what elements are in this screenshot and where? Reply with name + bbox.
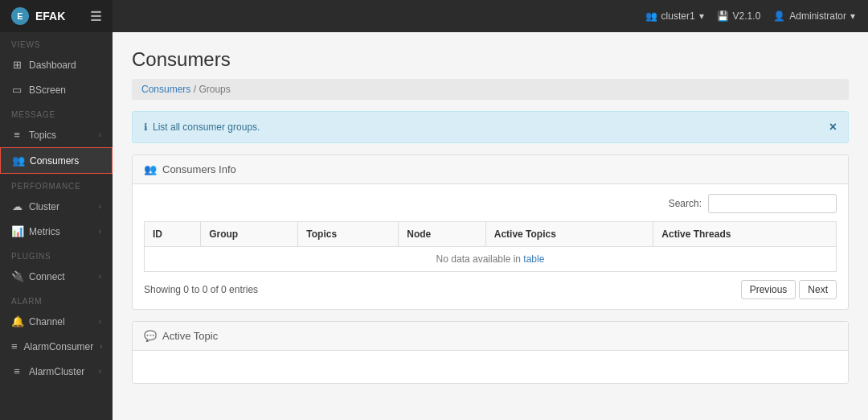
previous-button[interactable]: Previous xyxy=(741,280,796,299)
hamburger-icon[interactable]: ☰ xyxy=(90,9,101,24)
user-menu[interactable]: 👤 Administrator ▾ xyxy=(773,10,855,22)
version-text: V2.1.0 xyxy=(733,10,761,22)
consumers-info-header: 👥 Consumers Info xyxy=(133,155,848,184)
showing-entries-text: Showing 0 to 0 of 0 entries xyxy=(144,284,258,295)
app-logo: E EFAK ☰ xyxy=(0,0,113,32)
page-title: Consumers xyxy=(132,48,849,71)
connect-icon: 🔌 xyxy=(11,270,23,282)
section-message-label: MESSAGE xyxy=(0,102,113,122)
version-icon: 💾 xyxy=(717,10,729,22)
breadcrumb: Consumers / Groups xyxy=(132,79,849,100)
chevron-right-icon: › xyxy=(99,130,101,139)
pagination: Previous Next xyxy=(741,280,837,299)
table-header-row: ID Group Topics Node Active Topics Activ… xyxy=(145,222,837,247)
consumers-info-panel: 👥 Consumers Info Search: ID Group Topics xyxy=(132,154,849,310)
sidebar-item-cluster[interactable]: ☁ Cluster › xyxy=(0,194,113,219)
sidebar-item-connect[interactable]: 🔌 Connect › xyxy=(0,264,113,289)
consumers-header-icon: 👥 xyxy=(144,163,157,175)
logo-icon: E xyxy=(11,7,29,25)
version-indicator: 💾 V2.1.0 xyxy=(717,10,761,22)
chevron-right-icon: › xyxy=(99,202,101,211)
table-body: No data available in table xyxy=(145,247,837,272)
breadcrumb-consumers-link[interactable]: Consumers xyxy=(141,84,190,95)
chevron-right-icon: › xyxy=(100,342,102,351)
channel-icon: 🔔 xyxy=(11,315,23,327)
topbar: 👥 cluster1 ▾ 💾 V2.1.0 👤 Administrator ▾ xyxy=(113,0,868,32)
search-label: Search: xyxy=(669,198,702,209)
sidebar-item-metrics[interactable]: 📊 Metrics › xyxy=(0,219,113,244)
table-footer: Showing 0 to 0 of 0 entries Previous Nex… xyxy=(144,280,837,299)
cluster-chevron-icon: ▾ xyxy=(699,10,704,22)
no-data-cell: No data available in table xyxy=(145,247,837,272)
metrics-icon: 📊 xyxy=(11,225,23,237)
section-views-label: VIEWS xyxy=(0,32,113,52)
bscreen-icon: ▭ xyxy=(11,84,23,96)
sidebar-item-label: Cluster xyxy=(29,201,59,212)
sidebar-item-label: Metrics xyxy=(29,226,60,237)
consumers-icon: 👥 xyxy=(12,154,23,167)
col-topics: Topics xyxy=(298,222,399,247)
search-input[interactable] xyxy=(708,194,837,213)
sidebar-item-alarmcluster[interactable]: ≡ AlarmCluster › xyxy=(0,359,113,384)
sidebar-item-label: Dashboard xyxy=(29,60,76,71)
search-row: Search: xyxy=(144,194,837,213)
next-button[interactable]: Next xyxy=(799,280,837,299)
info-icon: ℹ xyxy=(144,121,148,133)
cluster-icon: ☁ xyxy=(11,200,23,212)
sidebar-item-bscreen[interactable]: ▭ BScreen xyxy=(0,77,113,102)
breadcrumb-groups-text: Groups xyxy=(199,84,230,95)
sidebar-item-label: AlarmCluster xyxy=(29,366,84,377)
no-data-row: No data available in table xyxy=(145,247,837,272)
main-content: 👥 cluster1 ▾ 💾 V2.1.0 👤 Administrator ▾ … xyxy=(113,0,868,420)
section-plugins-label: PLUGINS xyxy=(0,244,113,264)
sidebar-item-label: Topics xyxy=(29,130,56,141)
logo-text: EFAK xyxy=(35,10,65,23)
active-topic-header: 💬 Active Topic xyxy=(133,322,848,351)
col-active-topics: Active Topics xyxy=(485,222,653,247)
dashboard-icon: ⊞ xyxy=(11,59,23,71)
chevron-right-icon: › xyxy=(99,227,101,236)
info-close-button[interactable]: × xyxy=(829,120,837,134)
col-node: Node xyxy=(399,222,485,247)
active-topic-icon: 💬 xyxy=(144,330,157,342)
sidebar-item-label: BScreen xyxy=(29,84,66,96)
info-banner: ℹ List all consumer groups. × xyxy=(132,111,849,143)
col-group: Group xyxy=(201,222,298,247)
alarmconsumer-icon: ≡ xyxy=(11,340,18,352)
consumers-table: ID Group Topics Node Active Topics Activ… xyxy=(144,221,837,272)
user-chevron-icon: ▾ xyxy=(850,10,855,22)
chevron-right-icon: › xyxy=(99,367,101,376)
topics-icon: ≡ xyxy=(11,129,23,141)
alarmcluster-icon: ≡ xyxy=(11,365,23,377)
active-topic-header-text: Active Topic xyxy=(162,330,218,342)
section-alarm-label: ALARM xyxy=(0,289,113,309)
sidebar-item-consumers[interactable]: 👥 Consumers xyxy=(0,147,113,174)
no-data-text: No data available in xyxy=(436,253,524,265)
username-text: Administrator xyxy=(789,10,846,22)
col-id: ID xyxy=(145,222,201,247)
cluster-selector[interactable]: 👥 cluster1 ▾ xyxy=(645,10,704,22)
active-topic-panel: 💬 Active Topic xyxy=(132,321,849,384)
sidebar-item-dashboard[interactable]: ⊞ Dashboard xyxy=(0,52,113,77)
sidebar-item-channel[interactable]: 🔔 Channel › xyxy=(0,309,113,334)
user-icon: 👤 xyxy=(773,10,785,22)
no-data-link[interactable]: table xyxy=(523,253,544,265)
sidebar-item-topics[interactable]: ≡ Topics › xyxy=(0,122,113,147)
sidebar-item-label: Channel xyxy=(29,316,65,327)
cluster-name: cluster1 xyxy=(661,10,695,22)
info-banner-message: List all consumer groups. xyxy=(153,121,260,133)
active-topic-body xyxy=(133,351,848,383)
sidebar-item-label: Consumers xyxy=(30,155,79,167)
sidebar-item-alarmconsumer[interactable]: ≡ AlarmConsumer › xyxy=(0,334,113,359)
sidebar: E EFAK ☰ VIEWS ⊞ Dashboard ▭ BScreen MES… xyxy=(0,0,113,420)
page-content: Consumers Consumers / Groups ℹ List all … xyxy=(113,32,868,420)
sidebar-item-label: Connect xyxy=(29,271,65,282)
chevron-right-icon: › xyxy=(99,317,101,326)
sidebar-item-label: AlarmConsumer xyxy=(24,341,94,352)
cluster-icon: 👥 xyxy=(645,10,657,22)
col-active-threads: Active Threads xyxy=(653,222,837,247)
consumers-header-text: Consumers Info xyxy=(162,163,236,175)
chevron-right-icon: › xyxy=(99,272,101,281)
table-header: ID Group Topics Node Active Topics Activ… xyxy=(145,222,837,247)
section-performance-label: PERFORMANCE xyxy=(0,174,113,194)
